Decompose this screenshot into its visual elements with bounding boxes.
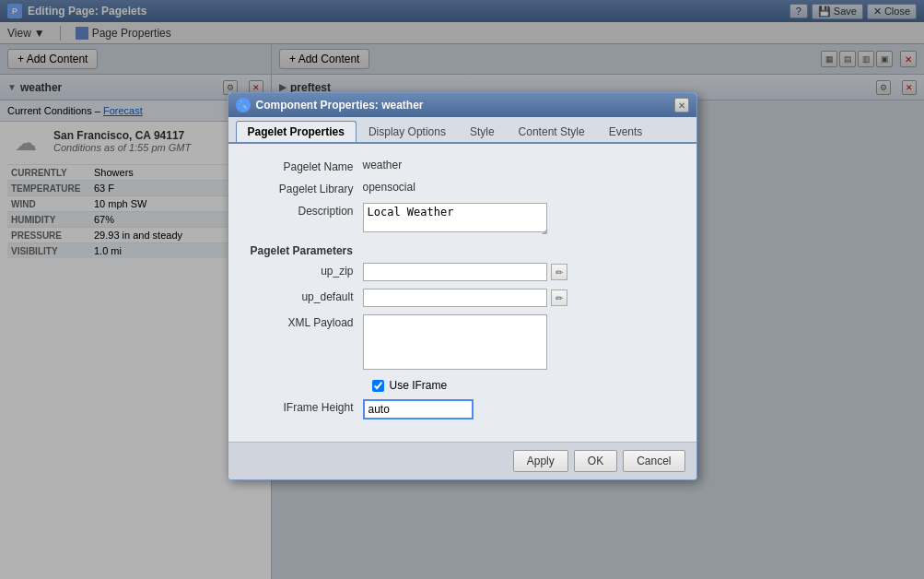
pagelet-library-value: opensocial [363,181,415,194]
ok-button[interactable]: OK [574,450,617,472]
use-iframe-checkbox[interactable] [372,380,384,392]
dialog-title-icon: 🔧 [236,98,251,112]
pagelet-library-label: Pagelet Library [243,181,363,195]
up-default-input[interactable] [363,289,547,307]
dialog-title-left: 🔧 Component Properties: weather [236,98,424,112]
use-iframe-label[interactable]: Use IFrame [390,379,448,392]
pagelet-name-row: Pagelet Name weather [243,159,682,173]
resize-handle-icon: ◢ [542,227,547,235]
description-textarea[interactable] [363,203,547,232]
pagelet-library-row: Pagelet Library opensocial [243,181,682,195]
description-area: ◢ [363,203,547,235]
pagelet-name-label: Pagelet Name [243,159,363,173]
up-default-input-group: ✏ [363,289,567,307]
pagelet-parameters-section: Pagelet Parameters [243,244,682,257]
description-label: Description [243,203,363,218]
up-zip-input-group: ✏ [363,263,567,281]
up-default-label: up_default [243,289,363,303]
up-default-row: up_default ✏ [243,289,682,307]
tab-display-options[interactable]: Display Options [357,121,458,142]
up-zip-label: up_zip [243,263,363,278]
dialog-title: Component Properties: weather [256,99,424,112]
iframe-height-label: IFrame Height [243,399,363,414]
pagelet-parameters-label: Pagelet Parameters [243,244,353,257]
tab-events[interactable]: Events [597,121,655,142]
up-default-edit-btn[interactable]: ✏ [551,290,567,306]
up-zip-input[interactable] [363,263,547,281]
apply-button[interactable]: Apply [513,450,568,472]
xml-payload-textarea[interactable] [363,314,547,370]
tab-content-style[interactable]: Content Style [507,121,597,142]
iframe-height-input[interactable] [363,399,474,419]
dialog-tabs: Pagelet Properties Display Options Style… [228,117,696,144]
component-properties-dialog: 🔧 Component Properties: weather ✕ Pagele… [228,92,697,480]
description-row: Description ◢ [243,203,682,235]
pagelet-name-value: weather [363,159,403,171]
xml-payload-row: XML Payload [243,314,682,370]
iframe-height-row: IFrame Height [243,399,682,419]
dialog-footer: Apply OK Cancel [228,442,696,479]
up-zip-edit-btn[interactable]: ✏ [551,264,567,280]
dialog-body: Pagelet Name weather Pagelet Library ope… [228,144,696,442]
up-zip-row: up_zip ✏ [243,263,682,281]
xml-payload-label: XML Payload [243,314,363,329]
dialog-titlebar: 🔧 Component Properties: weather ✕ [228,93,696,117]
tab-pagelet-properties[interactable]: Pagelet Properties [236,121,357,142]
dialog-close-button[interactable]: ✕ [674,98,689,112]
use-iframe-row: Use IFrame [372,379,682,392]
dialog-overlay: 🔧 Component Properties: weather ✕ Pagele… [0,0,924,579]
cancel-button[interactable]: Cancel [623,450,684,472]
tab-style[interactable]: Style [458,121,507,142]
